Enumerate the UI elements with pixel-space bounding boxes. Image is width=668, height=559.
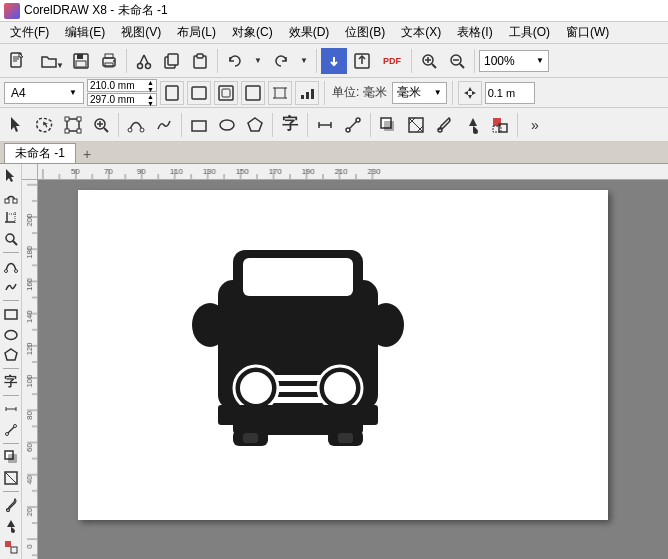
import-button[interactable] xyxy=(321,48,347,74)
new-button[interactable] xyxy=(4,48,30,74)
export-button[interactable] xyxy=(349,48,375,74)
undo-dropdown[interactable]: ▼ xyxy=(250,48,266,74)
print-button[interactable] xyxy=(96,48,122,74)
page-width-input[interactable]: 210.0 mm ▲ ▼ xyxy=(87,79,157,92)
landscape-button[interactable] xyxy=(187,81,211,105)
separator xyxy=(217,49,218,73)
toolbox-transparency[interactable] xyxy=(1,468,21,488)
canvas-area[interactable] xyxy=(22,164,668,559)
toolbox-crop[interactable] xyxy=(1,208,21,228)
text-btn[interactable]: 字 xyxy=(277,112,303,138)
svg-marker-49 xyxy=(43,121,48,127)
menu-table[interactable]: 表格(I) xyxy=(449,22,500,43)
transform-btn[interactable] xyxy=(60,112,86,138)
separator xyxy=(517,113,518,137)
toolbox-connector[interactable] xyxy=(1,420,21,440)
page-border-button[interactable] xyxy=(241,81,265,105)
menu-window[interactable]: 窗口(W) xyxy=(558,22,617,43)
toolbox-ellipse[interactable] xyxy=(1,325,21,345)
unit-dropdown[interactable]: 毫米 ▼ xyxy=(392,82,447,104)
zoom-dropdown[interactable]: 100% ▼ xyxy=(479,50,549,72)
page-size-dropdown[interactable]: A4 ▼ xyxy=(4,82,84,104)
page-canvas[interactable] xyxy=(78,190,608,520)
menu-edit[interactable]: 编辑(E) xyxy=(57,22,113,43)
menu-view[interactable]: 视图(V) xyxy=(113,22,169,43)
svg-rect-109 xyxy=(243,258,353,296)
separator xyxy=(316,49,317,73)
zoom-value: 100% xyxy=(484,54,515,68)
fill-btn[interactable] xyxy=(459,112,485,138)
svg-line-56 xyxy=(104,128,108,132)
menu-bitmaps[interactable]: 位图(B) xyxy=(337,22,393,43)
bleed-button[interactable] xyxy=(268,81,292,105)
toolbar-main: ▼ ▼ ▼ PDF 100% ▼ xyxy=(0,44,668,78)
toolbox-select[interactable] xyxy=(1,166,21,186)
toolbox-freehand[interactable] xyxy=(1,277,21,297)
ruler-vertical xyxy=(22,180,38,559)
redo-button[interactable] xyxy=(268,48,294,74)
menu-tools[interactable]: 工具(O) xyxy=(501,22,558,43)
width-up[interactable]: ▲ xyxy=(147,79,154,86)
redo-dropdown[interactable]: ▼ xyxy=(296,48,312,74)
separator xyxy=(370,113,371,137)
measure-btn[interactable] xyxy=(312,112,338,138)
menu-effects[interactable]: 效果(D) xyxy=(281,22,338,43)
svg-rect-36 xyxy=(275,88,285,98)
svg-rect-42 xyxy=(306,92,309,99)
separator xyxy=(474,49,475,73)
toolbox-smartfill[interactable] xyxy=(1,537,21,557)
freehand-btn[interactable] xyxy=(151,112,177,138)
toolbox-fill[interactable] xyxy=(1,516,21,536)
menu-object[interactable]: 对象(C) xyxy=(224,22,281,43)
page-height-input[interactable]: 297.0 mm ▲ ▼ xyxy=(87,93,157,106)
toolbox-rect[interactable] xyxy=(1,304,21,324)
tab-unnamed-1[interactable]: 未命名 -1 xyxy=(4,143,76,163)
svg-point-68 xyxy=(346,128,350,132)
chart-button[interactable] xyxy=(295,81,319,105)
width-down[interactable]: ▼ xyxy=(147,86,154,93)
freehand-select-btn[interactable] xyxy=(32,112,58,138)
polygon-btn[interactable] xyxy=(242,112,268,138)
toolbox-text[interactable]: 字 xyxy=(1,372,21,392)
toolbox-eyedrop[interactable] xyxy=(1,495,21,515)
dropshadow-btn[interactable] xyxy=(375,112,401,138)
paste-button[interactable] xyxy=(187,48,213,74)
menu-layout[interactable]: 布局(L) xyxy=(169,22,224,43)
nudge-input[interactable]: 0.1 m xyxy=(485,82,535,104)
save-button[interactable] xyxy=(68,48,94,74)
height-down[interactable]: ▼ xyxy=(147,100,154,107)
height-up[interactable]: ▲ xyxy=(147,93,154,100)
undo-button[interactable] xyxy=(222,48,248,74)
zoom-out-button[interactable] xyxy=(444,48,470,74)
cut-button[interactable] xyxy=(131,48,157,74)
toolbox-bezier[interactable] xyxy=(1,256,21,276)
toolbox-polygon[interactable] xyxy=(1,346,21,366)
menu-file[interactable]: 文件(F) xyxy=(2,22,57,43)
open-button[interactable]: ▼ xyxy=(32,48,66,74)
smartfill-btn[interactable] xyxy=(487,112,513,138)
transparency-btn[interactable] xyxy=(403,112,429,138)
menu-text[interactable]: 文本(X) xyxy=(393,22,449,43)
connector-btn[interactable] xyxy=(340,112,366,138)
copy-button[interactable] xyxy=(159,48,185,74)
toolbox-shadow[interactable] xyxy=(1,447,21,467)
publish-pdf-button[interactable]: PDF xyxy=(377,48,407,74)
add-tab-button[interactable]: + xyxy=(78,145,96,163)
separator xyxy=(126,49,127,73)
zoom-tool-btn[interactable] xyxy=(88,112,114,138)
svg-line-25 xyxy=(432,64,436,68)
bezier-btn[interactable] xyxy=(123,112,149,138)
more-tools-btn[interactable]: » xyxy=(522,112,548,138)
zoom-in-button[interactable] xyxy=(416,48,442,74)
ellipse-btn[interactable] xyxy=(214,112,240,138)
select-tool-btn[interactable] xyxy=(4,112,30,138)
toolbox-node[interactable] xyxy=(1,187,21,207)
svg-rect-6 xyxy=(77,54,83,59)
rectangle-btn[interactable] xyxy=(186,112,212,138)
toolbox-zoom[interactable] xyxy=(1,229,21,249)
eyedrop-btn[interactable] xyxy=(431,112,457,138)
portrait-button[interactable] xyxy=(160,81,184,105)
all-pages-button[interactable] xyxy=(214,81,238,105)
toolbox-dimension[interactable] xyxy=(1,399,21,419)
svg-line-73 xyxy=(409,118,423,132)
